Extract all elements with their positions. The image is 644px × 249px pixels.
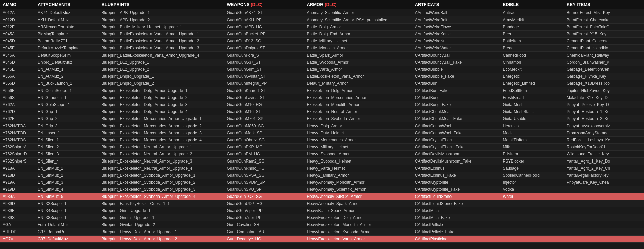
table-row[interactable]: A762EEN_Grip_2Blueprint_Exoskeleton_Merc… <box>0 115 644 122</box>
table-cell: Blueprint_Exoskeleton_Svoboda_Armor_Upgr… <box>99 193 224 200</box>
table-cell: Blueprint_Gvintar_Upgrade_2 <box>99 221 224 228</box>
table-cell: CementPlant_Concrete <box>564 38 644 45</box>
table-row[interactable]: AHEDPG37_BottomRailBlueprint_Heavy_Dolg_… <box>0 228 644 236</box>
table-cell: GuardGunLavina_ST <box>224 94 304 101</box>
table-cell: EcoMedkit <box>500 66 564 73</box>
table-cell <box>500 236 564 243</box>
table-row[interactable]: A762NATOAEN_Grip_3Blueprint_Exoskeleton_… <box>0 122 644 130</box>
table-cell: GuardGunAPB_HG <box>224 24 304 31</box>
table-cell: Gun_Combatant_AR <box>224 228 304 236</box>
table-row[interactable]: A012AAK74_DefaultMuzBlueprint_APB_Upgrad… <box>0 9 644 16</box>
table-cell: BurnedForest_Mist_Key <box>564 9 644 16</box>
table-cell: EN_AutMuz_2 <box>35 73 99 80</box>
header-keyitems: KEY ITEMS <box>564 0 644 9</box>
table-cell: Blueprint_FaustPsyResist_Quest_1_1 <box>99 200 224 207</box>
table-cell: Bread <box>500 45 564 52</box>
table-cell: GuardGunG37_ST <box>224 59 304 66</box>
table-cell: A556D <box>0 80 35 87</box>
header-blueprints: BLUEPRINTS <box>99 0 224 9</box>
table-row[interactable]: A762AEN_GoloScope_1Blueprint_Exoskeleton… <box>0 101 644 108</box>
table-cell: Dnipro_DefaultMuz <box>35 59 99 66</box>
table-cell: EN_ColimScope_1 <box>35 87 99 94</box>
table-cell: GuardGunTOZ_SG <box>224 193 304 200</box>
table-row[interactable]: A762DEN_Grip_1Blueprint_Exoskeleton_Dolg… <box>0 108 644 115</box>
table-cell: Gun_Cavalier_SR <box>224 221 304 228</box>
table-cell: A012A <box>0 9 35 16</box>
table-row[interactable]: A762SniperDEN_Silen_3Blueprint_Exoskelet… <box>0 151 644 158</box>
table-cell: RostokKeyForDoor01 <box>564 144 644 151</box>
table-cell: Jupiter_HlebZavod_Key <box>564 87 644 94</box>
table-cell: CArtifactPellicle <box>412 221 500 228</box>
table-cell: A939D <box>0 200 35 207</box>
table-cell: EN_Grip_3 <box>35 122 99 130</box>
table-row[interactable]: A918DEN_SinMuz_2Blueprint_Exoskeleton_Sv… <box>0 172 644 179</box>
table-cell: A918D <box>0 172 35 179</box>
table-cell: A045D <box>0 38 35 45</box>
table-row[interactable]: AG7VG37_DefaultMuzBlueprint_Heavy_Dolg_A… <box>0 236 644 243</box>
table-cell: Blueprint_Exoskeleton_Svoboda_Armor_Upgr… <box>99 172 224 179</box>
table-row[interactable]: A762SniperSEN_Silen_4Blueprint_Exoskelet… <box>0 158 644 165</box>
table-row[interactable]: AGAFora_DefaultMuzBlueprint_Gvintar_Upgr… <box>0 221 644 228</box>
table-row[interactable]: A545EEN_AutMuz_1Blueprint_D12_Upgrade_2G… <box>0 66 644 73</box>
table-cell <box>564 193 644 200</box>
table-cell: G37_BottomRail <box>35 228 99 236</box>
table-cell: A762NATOD <box>0 130 35 137</box>
table-row[interactable]: A556AEN_AutMuz_2Blueprint_Dnipro_Upgrade… <box>0 73 644 80</box>
table-cell: GuardGunM701_SP <box>224 115 304 122</box>
table-row[interactable]: A919DEN_SinMuz_4Blueprint_Exoskeleton_Sv… <box>0 186 644 193</box>
table-cell: BattleExoskeleton_Varta_Armor <box>304 73 412 80</box>
table-cell: EN_X8Scope_1 <box>35 214 99 221</box>
table-row[interactable]: A762NATOSEN_Silen_1Blueprint_Exoskeleton… <box>0 137 644 144</box>
table-row[interactable]: A012DAKU_DefaultMuzBlueprint_APB_Upgrade… <box>0 16 644 24</box>
table-cell: A545E <box>0 66 35 73</box>
table-cell: Blueprint_Exoskeleton_Neutral_Armor_Upgr… <box>99 165 224 172</box>
table-cell: A939S <box>0 214 35 221</box>
table-row[interactable]: A556SEN_GLaunch_1Blueprint_Exoskeleton_D… <box>0 94 644 101</box>
table-cell <box>564 214 644 221</box>
table-cell: Blueprint_Exoskeleton_Dolg_Armor_Upgrade… <box>99 108 224 115</box>
table-cell: CArtifactEchinus_Fake <box>412 172 500 179</box>
table-cell: CArtifactPlasticine <box>412 236 500 243</box>
table-cell: CArtifactKryptonite_Fake <box>412 186 500 193</box>
table-row[interactable]: A762SniperAEN_Silen_2Blueprint_Exoskelet… <box>0 144 644 151</box>
table-row[interactable]: A045EDefaultMuzzleTemplateBlueprint_Batt… <box>0 45 644 52</box>
table-cell: Fora_DefaultMuz <box>35 221 99 228</box>
table-row[interactable]: A545DDnipro_DefaultMuzBlueprint_D12_Upgr… <box>0 59 644 66</box>
table-row[interactable]: A939AEN_SinMuz_5Blueprint_Exoskeleton_Sv… <box>0 193 644 200</box>
table-row[interactable]: A556EEN_ColimScope_1Blueprint_Exoskeleto… <box>0 87 644 94</box>
table-cell: Energetic_Limited <box>500 80 564 87</box>
table-cell: GuardGunAKU_PP <box>224 16 304 24</box>
table-cell: Blueprint_Heavy_Dolg_Armor_Upgrade_1 <box>99 228 224 236</box>
table-row[interactable]: A045DBottomRailM701Blueprint_BattleExosk… <box>0 38 644 45</box>
table-row[interactable]: A919AEN_SinMuz_3Blueprint_Exoskeleton_Sv… <box>0 179 644 186</box>
table-cell: A012D <box>0 16 35 24</box>
table-row[interactable]: A012EARSilencerTemplateBlueprint_Battle_… <box>0 24 644 31</box>
table-cell: HeavyAnomaly_Spark_Armor <box>304 200 412 207</box>
table-row[interactable]: A939EEN_X4Scope_1Blueprint_Grim_Upgrade_… <box>0 207 644 214</box>
table-row[interactable]: A556DEN_BuckLaunch_1Blueprint_Dnipro_Upg… <box>0 80 644 87</box>
table-cell: Vodka <box>500 186 564 193</box>
table-cell: GuardGunRhino_HG <box>224 165 304 172</box>
main-table-container[interactable]: AMMO ATTACHMENTS BLUEPRINTS WEAPONS (DLC… <box>0 0 644 249</box>
table-cell: A939E <box>0 207 35 214</box>
table-cell: GuardGunZubr_PP <box>224 214 304 221</box>
table-cell: DefaultMuzzleTemplate <box>35 45 99 52</box>
table-cell: A918A <box>0 165 35 172</box>
table-row[interactable]: A939SEN_X8Scope_1Blueprint_Grintar_Upgra… <box>0 214 644 221</box>
table-cell: CArtifactCrystalThorn_Fake <box>412 144 500 151</box>
table-row[interactable]: A939DEN_X2Scope_1Blueprint_FaustPsyResis… <box>0 200 644 207</box>
table-cell <box>500 200 564 207</box>
table-cell: BigMagTemplate <box>35 31 99 38</box>
table-row[interactable]: A545ADefaultScopeGrimBlueprint_BattleExo… <box>0 52 644 59</box>
table-cell: Sausage <box>500 165 564 172</box>
table-cell: EN_BuckLaunch_1 <box>35 80 99 87</box>
table-cell: HeavyExoskeleton_Svoboda_Armor <box>304 228 412 236</box>
table-cell <box>564 221 644 228</box>
table-cell: Blueprint_BattleExoskeleton_Varta_Armor_… <box>99 38 224 45</box>
table-row[interactable]: A045ABigMagTemplateBlueprint_BattleExosk… <box>0 31 644 38</box>
table-cell <box>564 186 644 193</box>
table-cell: A045E <box>0 45 35 52</box>
table-cell <box>564 236 644 243</box>
table-row[interactable]: A762NATODEN_Laser_1Blueprint_Exoskeleton… <box>0 130 644 137</box>
table-row[interactable]: A918AEN_SinMuz_1Blueprint_Exoskeleton_Ne… <box>0 165 644 172</box>
